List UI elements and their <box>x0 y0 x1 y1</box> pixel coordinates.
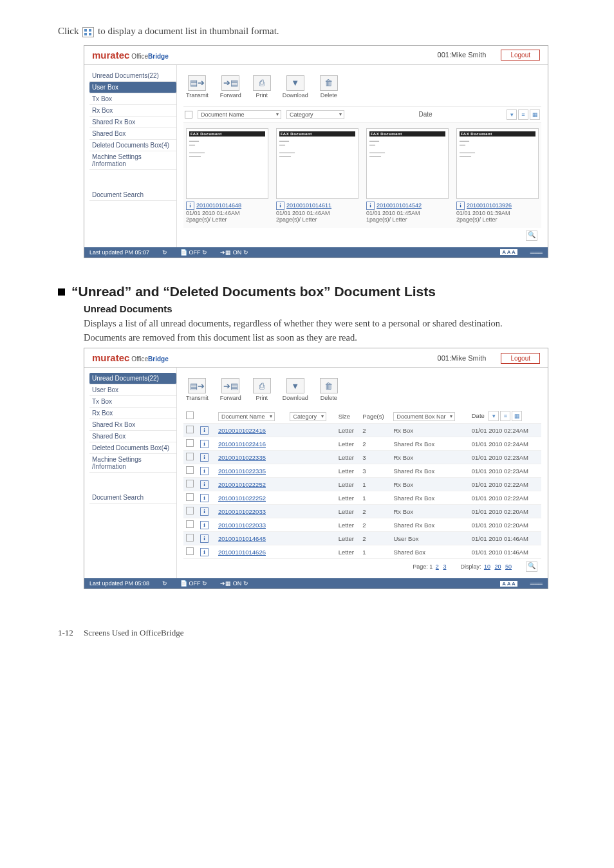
select-all-checkbox[interactable] <box>185 111 192 118</box>
toolbar-transmit[interactable]: ▤➔Transmit <box>186 75 209 99</box>
row-checkbox[interactable] <box>186 426 194 433</box>
sort-icon[interactable]: ▾ <box>507 109 517 120</box>
document-link[interactable]: 20100101022033 <box>218 522 266 529</box>
sidebar-item[interactable]: Deleted Documents Box(4) <box>89 140 176 151</box>
sidebar-item[interactable]: Rx Box <box>89 408 176 419</box>
display-option[interactable]: 10 <box>484 563 490 570</box>
list-view-icon[interactable]: ≡ <box>518 109 528 120</box>
toolbar-forward[interactable]: ➔▤Forward <box>220 378 241 401</box>
sidebar-item[interactable]: User Box <box>89 82 176 93</box>
row-checkbox[interactable] <box>186 507 194 514</box>
document-link[interactable]: 20100101022416 <box>218 440 266 448</box>
document-link[interactable]: 20100101014611 <box>286 202 331 209</box>
document-link[interactable]: 20100101022252 <box>218 481 266 488</box>
display-option[interactable]: 50 <box>505 563 512 570</box>
thumbnail[interactable]: FAX Document━━━━━━━━━━━━━━━━━━━━━━i20100… <box>186 128 268 223</box>
document-link[interactable]: 20100101014648 <box>196 202 241 209</box>
document-link[interactable]: 20100101022033 <box>218 508 266 515</box>
info-icon[interactable]: i <box>200 494 209 502</box>
toolbar-delete[interactable]: 🗑Delete <box>320 378 338 401</box>
sidebar-item[interactable]: Deleted Documents Box(4) <box>89 442 176 454</box>
document-link[interactable]: 20100101022335 <box>218 454 266 461</box>
row-checkbox[interactable] <box>186 466 194 474</box>
document-link[interactable]: 20100101022252 <box>218 495 266 502</box>
doc-name-select[interactable]: Document Name <box>198 110 281 119</box>
text-size-badge[interactable]: A A A <box>500 249 517 255</box>
logout-button[interactable]: Logout <box>501 353 540 364</box>
sort-icon[interactable]: ▾ <box>488 411 499 421</box>
table-row: i20100101022335Letter3Shared Rx Box01/01… <box>183 464 541 478</box>
document-link[interactable]: 20100101022416 <box>218 427 266 434</box>
sidebar-item[interactable]: Shared Rx Box <box>89 117 176 128</box>
sidebar-document-search[interactable]: Document Search <box>89 492 176 504</box>
sidebar-item[interactable]: Shared Rx Box <box>89 419 176 431</box>
thumbnail[interactable]: FAX Document━━━━━━━━━━━━━━━━━━━━━━i20100… <box>366 128 449 223</box>
info-icon[interactable]: i <box>456 202 465 210</box>
info-icon[interactable]: i <box>200 453 209 462</box>
info-icon[interactable]: i <box>200 521 209 529</box>
info-icon[interactable]: i <box>186 202 194 210</box>
sidebar-item[interactable]: Rx Box <box>89 105 176 117</box>
grid-view-icon[interactable]: ▦ <box>512 411 522 421</box>
display-option[interactable]: 20 <box>494 563 501 570</box>
toolbar-download[interactable]: ▼Download <box>283 378 308 401</box>
info-icon[interactable]: i <box>200 480 209 489</box>
date-header: Date <box>472 412 485 419</box>
page-link[interactable]: 3 <box>443 563 446 570</box>
sidebar-item[interactable]: Unread Documents(22) <box>89 70 176 82</box>
document-link[interactable]: 20100101014626 <box>218 549 266 556</box>
row-checkbox[interactable] <box>186 520 194 528</box>
page-link[interactable]: 2 <box>436 563 439 570</box>
info-icon[interactable]: i <box>200 507 209 516</box>
info-icon[interactable]: i <box>366 202 375 210</box>
toolbar-delete[interactable]: 🗑Delete <box>320 75 338 99</box>
sidebar-item[interactable]: User Box <box>89 384 176 396</box>
search-icon[interactable]: 🔍 <box>526 561 537 572</box>
select-all-checkbox[interactable] <box>186 411 194 419</box>
info-icon[interactable]: i <box>200 548 209 556</box>
toolbar-print[interactable]: ⎙Print <box>253 378 271 401</box>
box-header[interactable]: Document Box Nar <box>393 412 455 421</box>
info-icon[interactable]: i <box>200 534 209 543</box>
sidebar-item[interactable]: Shared Box <box>89 431 176 442</box>
sidebar-document-search[interactable]: Document Search <box>89 189 176 201</box>
cell-size: Letter <box>336 532 360 545</box>
sidebar-item[interactable]: Shared Box <box>89 128 176 140</box>
info-icon[interactable]: i <box>200 426 209 435</box>
thumbnail[interactable]: FAX Document━━━━━━━━━━━━━━━━━━━━━━i20100… <box>276 128 358 223</box>
document-link[interactable]: 20100101022335 <box>218 467 266 475</box>
info-icon[interactable]: i <box>200 467 209 475</box>
info-icon[interactable]: i <box>276 202 284 210</box>
category-header[interactable]: Category <box>290 412 326 421</box>
logout-button[interactable]: Logout <box>501 50 540 61</box>
forward-icon: ➔▤ <box>221 378 239 393</box>
row-checkbox[interactable] <box>186 547 194 555</box>
grid-view-icon[interactable]: ▦ <box>530 109 540 120</box>
sidebar-item[interactable]: Tx Box <box>89 396 176 408</box>
row-checkbox[interactable] <box>186 493 194 501</box>
row-checkbox[interactable] <box>186 480 194 487</box>
toolbar-transmit[interactable]: ▤➔Transmit <box>186 378 209 401</box>
print-icon: ⎙ <box>253 378 271 393</box>
list-view-icon[interactable]: ≡ <box>500 411 510 421</box>
brand: muratec OfficeBridge <box>92 50 169 61</box>
row-checkbox[interactable] <box>186 534 194 542</box>
sidebar-item[interactable]: Tx Box <box>89 93 176 105</box>
sidebar-item[interactable]: Unread Documents(22) <box>89 373 176 384</box>
doc-name-header[interactable]: Document Name <box>218 412 275 421</box>
info-icon[interactable]: i <box>200 440 209 448</box>
toolbar-forward[interactable]: ➔▤Forward <box>220 75 241 99</box>
text-size-badge[interactable]: A A A <box>500 581 517 587</box>
document-link[interactable]: 20100101013926 <box>467 202 512 209</box>
row-checkbox[interactable] <box>186 439 194 447</box>
sidebar-item[interactable]: Machine Settings /Information <box>89 151 176 170</box>
toolbar-download[interactable]: ▼Download <box>283 75 308 99</box>
row-checkbox[interactable] <box>186 453 194 460</box>
sidebar-item[interactable]: Machine Settings /Information <box>89 454 176 473</box>
thumbnail[interactable]: FAX Document━━━━━━━━━━━━━━━━━━━━━━i20100… <box>456 128 539 223</box>
document-link[interactable]: 20100101014648 <box>218 535 266 542</box>
document-link[interactable]: 20100101014542 <box>377 202 422 209</box>
category-select[interactable]: Category <box>286 110 344 119</box>
search-icon[interactable]: 🔍 <box>526 231 537 241</box>
toolbar-print[interactable]: ⎙Print <box>253 75 271 99</box>
